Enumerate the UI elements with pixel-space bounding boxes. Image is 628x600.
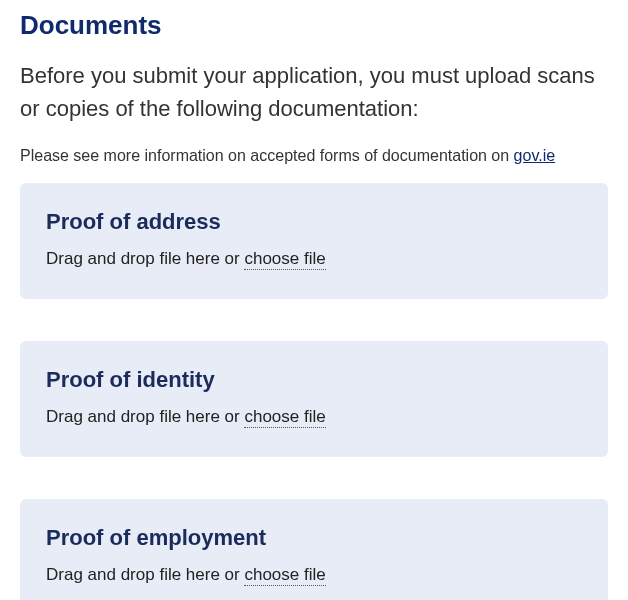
choose-file-link[interactable]: choose file	[244, 407, 325, 428]
drag-drop-text: Drag and drop file here or	[46, 565, 244, 584]
upload-card-employment[interactable]: Proof of employment Drag and drop file h…	[20, 499, 608, 600]
upload-title: Proof of address	[46, 209, 582, 235]
upload-instruction: Drag and drop file here or choose file	[46, 407, 582, 427]
upload-instruction: Drag and drop file here or choose file	[46, 565, 582, 585]
info-link-govie[interactable]: gov.ie	[514, 147, 556, 164]
upload-instruction: Drag and drop file here or choose file	[46, 249, 582, 269]
upload-title: Proof of employment	[46, 525, 582, 551]
intro-text: Before you submit your application, you …	[20, 59, 608, 125]
choose-file-link[interactable]: choose file	[244, 249, 325, 270]
upload-card-address[interactable]: Proof of address Drag and drop file here…	[20, 183, 608, 299]
info-text: Please see more information on accepted …	[20, 147, 608, 165]
choose-file-link[interactable]: choose file	[244, 565, 325, 586]
drag-drop-text: Drag and drop file here or	[46, 407, 244, 426]
upload-card-identity[interactable]: Proof of identity Drag and drop file her…	[20, 341, 608, 457]
drag-drop-text: Drag and drop file here or	[46, 249, 244, 268]
info-prefix: Please see more information on accepted …	[20, 147, 514, 164]
page-heading: Documents	[20, 10, 608, 41]
upload-title: Proof of identity	[46, 367, 582, 393]
